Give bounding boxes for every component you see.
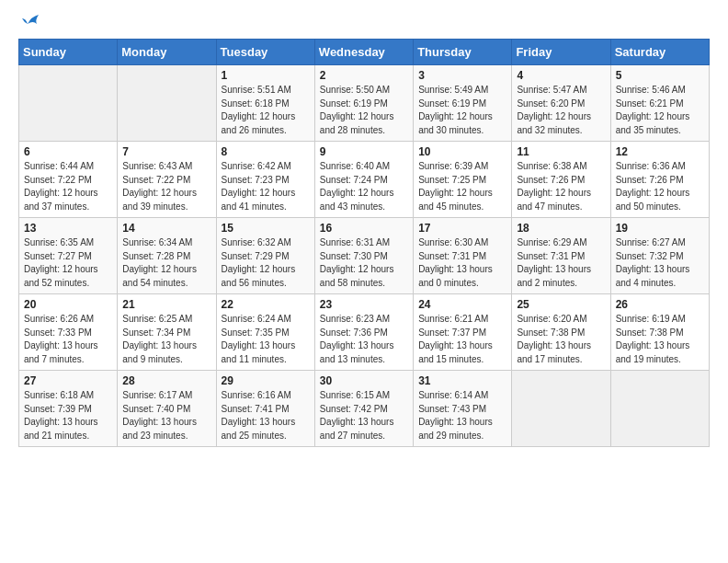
calendar-cell: 17Sunrise: 6:30 AM Sunset: 7:31 PM Dayli… — [414, 218, 512, 294]
calendar-cell: 20Sunrise: 6:26 AM Sunset: 7:33 PM Dayli… — [19, 294, 118, 371]
calendar-cell: 9Sunrise: 6:40 AM Sunset: 7:24 PM Daylig… — [314, 142, 413, 218]
calendar-cell: 8Sunrise: 6:42 AM Sunset: 7:23 PM Daylig… — [216, 142, 314, 218]
day-number: 23 — [320, 298, 408, 311]
calendar-cell — [512, 371, 610, 447]
calendar-cell: 6Sunrise: 6:44 AM Sunset: 7:22 PM Daylig… — [19, 142, 118, 218]
calendar-cell — [19, 65, 118, 142]
day-number: 19 — [616, 222, 704, 235]
calendar-cell — [118, 65, 216, 142]
day-number: 21 — [122, 298, 210, 311]
day-info: Sunrise: 6:32 AM Sunset: 7:29 PM Dayligh… — [222, 236, 310, 290]
day-number: 4 — [517, 69, 605, 82]
day-number: 2 — [320, 69, 408, 82]
calendar-week-row: 1Sunrise: 5:51 AM Sunset: 6:18 PM Daylig… — [19, 65, 710, 142]
calendar-cell: 21Sunrise: 6:25 AM Sunset: 7:34 PM Dayli… — [118, 294, 216, 371]
calendar-table: Sunday Monday Tuesday Wednesday Thursday… — [18, 39, 710, 447]
calendar-cell — [610, 371, 709, 447]
day-info: Sunrise: 5:50 AM Sunset: 6:19 PM Dayligh… — [320, 84, 408, 137]
header-thursday: Thursday — [414, 40, 512, 65]
calendar-cell: 18Sunrise: 6:29 AM Sunset: 7:31 PM Dayli… — [512, 218, 610, 294]
day-info: Sunrise: 6:30 AM Sunset: 7:31 PM Dayligh… — [418, 236, 506, 290]
day-number: 11 — [517, 145, 605, 158]
calendar-week-row: 27Sunrise: 6:18 AM Sunset: 7:39 PM Dayli… — [19, 371, 710, 447]
calendar-cell: 11Sunrise: 6:38 AM Sunset: 7:26 PM Dayli… — [512, 142, 610, 218]
day-number: 29 — [222, 374, 310, 387]
day-info: Sunrise: 6:29 AM Sunset: 7:31 PM Dayligh… — [517, 236, 605, 290]
logo-bird-icon — [20, 11, 40, 31]
calendar-cell: 3Sunrise: 5:49 AM Sunset: 6:19 PM Daylig… — [414, 65, 512, 142]
day-info: Sunrise: 6:17 AM Sunset: 7:40 PM Dayligh… — [122, 389, 210, 442]
day-number: 25 — [517, 298, 605, 311]
calendar-cell: 13Sunrise: 6:35 AM Sunset: 7:27 PM Dayli… — [19, 218, 118, 294]
calendar-cell: 24Sunrise: 6:21 AM Sunset: 7:37 PM Dayli… — [414, 294, 512, 371]
day-info: Sunrise: 6:31 AM Sunset: 7:30 PM Dayligh… — [320, 236, 408, 290]
day-number: 16 — [320, 222, 408, 235]
calendar-cell: 4Sunrise: 5:47 AM Sunset: 6:20 PM Daylig… — [512, 65, 610, 142]
calendar-cell: 22Sunrise: 6:24 AM Sunset: 7:35 PM Dayli… — [216, 294, 314, 371]
day-info: Sunrise: 6:21 AM Sunset: 7:37 PM Dayligh… — [418, 313, 506, 366]
calendar-cell: 7Sunrise: 6:43 AM Sunset: 7:22 PM Daylig… — [118, 142, 216, 218]
day-number: 15 — [222, 222, 310, 235]
day-number: 27 — [24, 374, 112, 387]
day-info: Sunrise: 5:49 AM Sunset: 6:19 PM Dayligh… — [418, 84, 506, 137]
day-info: Sunrise: 6:27 AM Sunset: 7:32 PM Dayligh… — [616, 236, 704, 290]
day-number: 20 — [24, 298, 112, 311]
day-number: 30 — [320, 374, 408, 387]
calendar-cell: 2Sunrise: 5:50 AM Sunset: 6:19 PM Daylig… — [314, 65, 413, 142]
day-number: 8 — [222, 145, 310, 158]
day-number: 5 — [616, 69, 704, 82]
logo — [18, 15, 40, 31]
day-info: Sunrise: 6:35 AM Sunset: 7:27 PM Dayligh… — [24, 236, 112, 290]
day-info: Sunrise: 6:16 AM Sunset: 7:41 PM Dayligh… — [222, 389, 310, 442]
day-number: 24 — [418, 298, 506, 311]
day-info: Sunrise: 5:51 AM Sunset: 6:18 PM Dayligh… — [222, 84, 310, 137]
day-number: 6 — [24, 145, 112, 158]
header-wednesday: Wednesday — [314, 40, 413, 65]
day-number: 28 — [122, 374, 210, 387]
calendar-week-row: 6Sunrise: 6:44 AM Sunset: 7:22 PM Daylig… — [19, 142, 710, 218]
calendar-cell: 5Sunrise: 5:46 AM Sunset: 6:21 PM Daylig… — [610, 65, 709, 142]
day-info: Sunrise: 6:26 AM Sunset: 7:33 PM Dayligh… — [24, 313, 112, 366]
calendar-cell: 16Sunrise: 6:31 AM Sunset: 7:30 PM Dayli… — [314, 218, 413, 294]
calendar-cell: 1Sunrise: 5:51 AM Sunset: 6:18 PM Daylig… — [216, 65, 314, 142]
calendar-week-row: 13Sunrise: 6:35 AM Sunset: 7:27 PM Dayli… — [19, 218, 710, 294]
calendar-cell: 15Sunrise: 6:32 AM Sunset: 7:29 PM Dayli… — [216, 218, 314, 294]
calendar-week-row: 20Sunrise: 6:26 AM Sunset: 7:33 PM Dayli… — [19, 294, 710, 371]
day-info: Sunrise: 6:23 AM Sunset: 7:36 PM Dayligh… — [320, 313, 408, 366]
day-number: 3 — [418, 69, 506, 82]
day-info: Sunrise: 6:14 AM Sunset: 7:43 PM Dayligh… — [418, 389, 506, 442]
calendar-cell: 19Sunrise: 6:27 AM Sunset: 7:32 PM Dayli… — [610, 218, 709, 294]
day-number: 10 — [418, 145, 506, 158]
calendar-cell: 14Sunrise: 6:34 AM Sunset: 7:28 PM Dayli… — [118, 218, 216, 294]
header-row — [18, 15, 710, 31]
calendar-cell: 25Sunrise: 6:20 AM Sunset: 7:38 PM Dayli… — [512, 294, 610, 371]
day-number: 12 — [616, 145, 704, 158]
day-info: Sunrise: 6:20 AM Sunset: 7:38 PM Dayligh… — [517, 313, 605, 366]
day-number: 17 — [418, 222, 506, 235]
header-saturday: Saturday — [610, 40, 709, 65]
day-info: Sunrise: 6:43 AM Sunset: 7:22 PM Dayligh… — [122, 160, 210, 213]
day-info: Sunrise: 6:39 AM Sunset: 7:25 PM Dayligh… — [418, 160, 506, 213]
calendar-cell: 10Sunrise: 6:39 AM Sunset: 7:25 PM Dayli… — [414, 142, 512, 218]
calendar-cell: 30Sunrise: 6:15 AM Sunset: 7:42 PM Dayli… — [314, 371, 413, 447]
header-friday: Friday — [512, 40, 610, 65]
day-number: 18 — [517, 222, 605, 235]
calendar-cell: 12Sunrise: 6:36 AM Sunset: 7:26 PM Dayli… — [610, 142, 709, 218]
header-monday: Monday — [118, 40, 216, 65]
day-number: 14 — [122, 222, 210, 235]
day-info: Sunrise: 6:18 AM Sunset: 7:39 PM Dayligh… — [24, 389, 112, 442]
day-info: Sunrise: 6:25 AM Sunset: 7:34 PM Dayligh… — [122, 313, 210, 366]
calendar-cell: 31Sunrise: 6:14 AM Sunset: 7:43 PM Dayli… — [414, 371, 512, 447]
day-number: 31 — [418, 374, 506, 387]
day-info: Sunrise: 6:38 AM Sunset: 7:26 PM Dayligh… — [517, 160, 605, 213]
day-info: Sunrise: 6:36 AM Sunset: 7:26 PM Dayligh… — [616, 160, 704, 213]
header-sunday: Sunday — [19, 40, 118, 65]
day-info: Sunrise: 6:15 AM Sunset: 7:42 PM Dayligh… — [320, 389, 408, 442]
day-info: Sunrise: 6:42 AM Sunset: 7:23 PM Dayligh… — [222, 160, 310, 213]
day-info: Sunrise: 6:24 AM Sunset: 7:35 PM Dayligh… — [222, 313, 310, 366]
calendar-cell: 29Sunrise: 6:16 AM Sunset: 7:41 PM Dayli… — [216, 371, 314, 447]
day-number: 13 — [24, 222, 112, 235]
day-number: 26 — [616, 298, 704, 311]
day-number: 22 — [222, 298, 310, 311]
day-number: 1 — [222, 69, 310, 82]
